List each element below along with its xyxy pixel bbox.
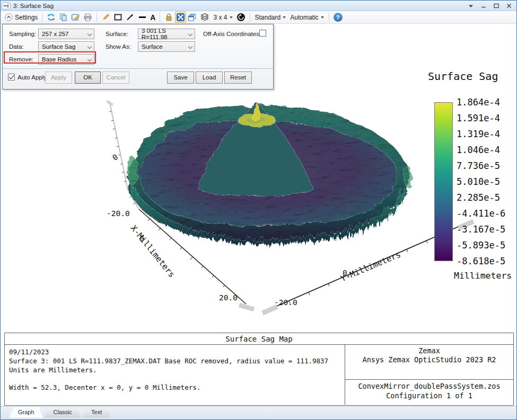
y-axis-tick-min: -20.0: [274, 298, 297, 307]
window-dock-icon[interactable]: [2, 2, 11, 10]
help-button[interactable]: ?: [332, 12, 344, 22]
print-button[interactable]: [82, 12, 93, 22]
chevron-down-icon: [321, 16, 324, 19]
colorbar-tick: 5.010e-5: [457, 176, 517, 187]
view-tabbar: Graph Classic Text: [1, 406, 516, 419]
update-mode-dropdown[interactable]: Automatic: [288, 13, 326, 22]
showas-value: Surface: [142, 43, 163, 50]
rim-highlight-right: [404, 166, 412, 187]
x-axis-tick-min: -20.0: [107, 209, 130, 218]
duplicate-window-button[interactable]: [187, 12, 198, 22]
footer-info-table: Surface Sag Map 09/11/2023 Surface 3: 00…: [4, 333, 514, 406]
x-axis-label: X-Millimeters: [129, 224, 177, 280]
update-mode-value: Automatic: [290, 14, 318, 21]
colorbar-tick: 1.591e-4: [457, 113, 517, 123]
auto-apply-label: Auto Apply: [17, 74, 47, 81]
draw-arrow-button[interactable]: [125, 12, 136, 22]
cancel-button[interactable]: Cancel: [102, 72, 129, 84]
sampling-select[interactable]: 257 x 257: [38, 29, 94, 39]
window-menu-button[interactable]: [467, 2, 475, 10]
window-close-button[interactable]: [505, 2, 513, 10]
data-select[interactable]: Surface Sag: [38, 41, 94, 52]
print-icon: [83, 13, 92, 22]
window-title: 3: Surface Sag: [13, 3, 54, 9]
layers-icon: [200, 13, 209, 22]
showas-label: Show As:: [106, 43, 131, 50]
surface-select[interactable]: 3 001 LS R=111.98: [138, 29, 195, 39]
footer-left-cell: 09/11/2023 Surface 3: 001 LS R=111.9837_…: [5, 345, 345, 405]
lock-settings-button[interactable]: [163, 12, 174, 22]
colorbar-tick: 1.864e-4: [457, 97, 517, 108]
colorbar-tick: 7.736e-5: [457, 160, 517, 171]
settings-toggle-label: Settings: [15, 14, 38, 21]
ok-button[interactable]: OK: [75, 72, 101, 84]
rectangle-icon: [113, 13, 122, 22]
render-mode-value: Standard: [255, 14, 281, 21]
padlock-icon: [164, 13, 173, 22]
tab-graph[interactable]: Graph: [9, 407, 43, 418]
chevron-down-icon: [283, 16, 286, 19]
grid-size-dropdown[interactable]: 3 x 4: [211, 13, 234, 22]
surface-value: 3 001 LS R=111.98: [142, 28, 186, 40]
toolbar-separator: [329, 13, 329, 22]
grid-size-value: 3 x 4: [213, 14, 227, 21]
draw-pencil-button[interactable]: [100, 12, 111, 22]
line-icon: [138, 13, 147, 22]
arrow-icon: [126, 13, 135, 22]
window-minimize-button[interactable]: [479, 2, 488, 10]
footer-surface-line: Surface 3: 001 LS R=111.9837_ZEMAX.DAT B…: [9, 356, 340, 365]
pencil-icon: [101, 13, 110, 22]
settings-panel: Sampling: 257 x 257 Surface: 3 001 LS R=…: [2, 24, 274, 90]
data-value: Surface Sag: [42, 43, 75, 50]
render-mode-dropdown[interactable]: Standard: [253, 13, 288, 22]
apply-button[interactable]: Apply: [45, 72, 72, 84]
fit-window-icon: [176, 13, 185, 22]
fit-window-button-active[interactable]: [175, 12, 186, 23]
footer-spacer: [9, 374, 340, 383]
footer-brand-product: Ansys Zemax OpticStudio 2023 R2: [345, 355, 513, 364]
save-image-button[interactable]: [70, 12, 81, 22]
copy-button[interactable]: [58, 12, 69, 22]
colorbar: [434, 102, 453, 261]
colorbar-tick: 1.319e-4: [457, 129, 517, 139]
draw-text-button[interactable]: A: [149, 13, 156, 22]
showas-select[interactable]: Surface: [138, 41, 195, 52]
footer-date: 09/11/2023: [9, 347, 340, 356]
footer-configuration: Configuration 1 of 1: [345, 391, 513, 400]
draw-line-button[interactable]: [137, 12, 148, 22]
draw-rectangle-button[interactable]: [112, 12, 124, 22]
colorbar-unit-label: Millimeters: [454, 271, 512, 281]
text-tool-icon: A: [150, 13, 155, 22]
save-button[interactable]: Save: [167, 72, 194, 84]
colorbar-tick: 2.285e-5: [457, 192, 517, 203]
auto-apply-checkbox[interactable]: [8, 74, 15, 81]
remove-label: Remove:: [9, 56, 33, 62]
footer-file-cell: ConvexMirror_doublePassSystem.zos Config…: [345, 380, 513, 400]
footer-brand-cell: Zemax Ansys Zemax OpticStudio 2023 R2: [345, 345, 513, 380]
history-icon: [236, 13, 246, 22]
refresh-icon: [47, 13, 56, 22]
y-axis-label: Y-Millimeters: [339, 249, 402, 283]
tab-classic[interactable]: Classic: [45, 407, 81, 418]
sampling-label: Sampling:: [9, 31, 36, 37]
surface-label: Surface:: [106, 31, 128, 37]
panel-divider: [3, 68, 273, 69]
reset-button[interactable]: Reset: [224, 72, 252, 84]
titlebar: 3: Surface Sag: [1, 1, 516, 11]
history-button[interactable]: [235, 12, 247, 22]
tab-text[interactable]: Text: [82, 407, 111, 418]
colorbar-tick: 1.046e-4: [457, 145, 517, 155]
offaxis-checkbox[interactable]: [259, 30, 266, 37]
window-maximize-button[interactable]: [492, 2, 501, 10]
settings-toggle-button[interactable]: Settings: [4, 13, 39, 22]
refresh-button[interactable]: [46, 12, 57, 22]
toolbar-separator: [97, 13, 97, 22]
footer-units-line: Units are Millimeters.: [9, 365, 340, 374]
layers-button[interactable]: [199, 12, 211, 22]
colorbar-tick: -3.167e-5: [457, 224, 517, 235]
remove-select[interactable]: Base Radius: [38, 54, 94, 65]
rim-highlight-left: [127, 157, 138, 185]
footer-geometry-line: Width = 52.3, Decenter x = 0, y = 0 Mill…: [9, 383, 340, 392]
footer-file-name: ConvexMirror_doublePassSystem.zos: [345, 381, 513, 391]
load-button[interactable]: Load: [196, 72, 223, 84]
